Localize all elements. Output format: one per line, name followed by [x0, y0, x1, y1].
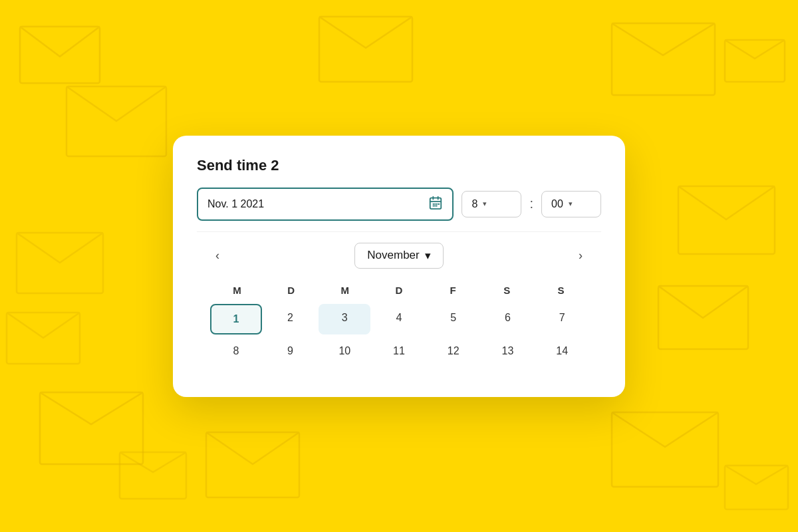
- calendar-day[interactable]: 2: [265, 304, 317, 334]
- svg-rect-6: [678, 186, 775, 254]
- card-title: Send time 2: [197, 157, 601, 174]
- calendar-day[interactable]: 9: [265, 337, 317, 365]
- calendar-day[interactable]: 6: [482, 304, 534, 334]
- calendar-day[interactable]: 14: [536, 337, 588, 365]
- svg-rect-10: [206, 432, 299, 497]
- date-input[interactable]: Nov. 1 2021: [197, 188, 454, 221]
- minute-select[interactable]: 00 ▾: [541, 191, 601, 217]
- svg-rect-0: [20, 27, 100, 83]
- svg-rect-7: [658, 286, 748, 349]
- minute-value: 00: [551, 198, 563, 210]
- svg-rect-3: [612, 23, 715, 95]
- month-nav: ‹ November ▾ ›: [210, 243, 588, 269]
- svg-rect-5: [17, 233, 103, 293]
- next-month-button[interactable]: ›: [573, 246, 588, 265]
- calendar-day[interactable]: 12: [428, 337, 479, 365]
- prev-month-button[interactable]: ‹: [210, 246, 225, 265]
- calendar-day[interactable]: 4: [373, 304, 425, 334]
- svg-rect-8: [40, 392, 143, 464]
- day-headers: MDMDFSS: [210, 282, 588, 299]
- date-picker-card: Send time 2 Nov. 1 2021: [173, 136, 625, 397]
- day-header: D: [372, 282, 426, 299]
- svg-rect-12: [725, 466, 788, 509]
- hour-chevron-icon: ▾: [483, 200, 487, 208]
- svg-rect-2: [319, 17, 412, 82]
- calendar-day[interactable]: 3: [319, 304, 370, 334]
- time-colon: :: [529, 196, 533, 211]
- calendar-day[interactable]: 13: [482, 337, 534, 365]
- calendar-day[interactable]: 8: [210, 337, 262, 365]
- minute-chevron-icon: ▾: [569, 200, 573, 208]
- calendar-day[interactable]: 1: [210, 304, 262, 334]
- calendar-day[interactable]: 5: [428, 304, 479, 334]
- svg-rect-14: [430, 198, 442, 209]
- month-label: November: [367, 249, 419, 262]
- day-header: M: [318, 282, 372, 299]
- svg-rect-4: [725, 40, 785, 82]
- date-value: Nov. 1 2021: [207, 198, 420, 210]
- calendar-day[interactable]: 10: [319, 337, 370, 365]
- svg-rect-13: [7, 313, 80, 364]
- calendar-icon[interactable]: [428, 196, 443, 213]
- month-selector[interactable]: November ▾: [354, 243, 443, 269]
- hour-select[interactable]: 8 ▾: [462, 191, 521, 217]
- svg-rect-9: [120, 452, 186, 499]
- day-header: F: [426, 282, 480, 299]
- hour-value: 8: [471, 198, 477, 210]
- calendar-grid: 1234567891011121314: [210, 304, 588, 365]
- day-header: S: [534, 282, 588, 299]
- day-header: D: [264, 282, 318, 299]
- svg-rect-1: [66, 86, 166, 156]
- svg-rect-11: [612, 412, 718, 487]
- month-chevron-icon: ▾: [425, 249, 431, 263]
- calendar-day[interactable]: 7: [536, 304, 588, 334]
- calendar-dropdown: ‹ November ▾ › MDMDFSS 12345678910111213…: [197, 231, 601, 378]
- calendar-day[interactable]: 11: [373, 337, 425, 365]
- top-row: Nov. 1 2021 8 ▾ :: [197, 188, 601, 221]
- day-header: S: [480, 282, 534, 299]
- day-header: M: [210, 282, 264, 299]
